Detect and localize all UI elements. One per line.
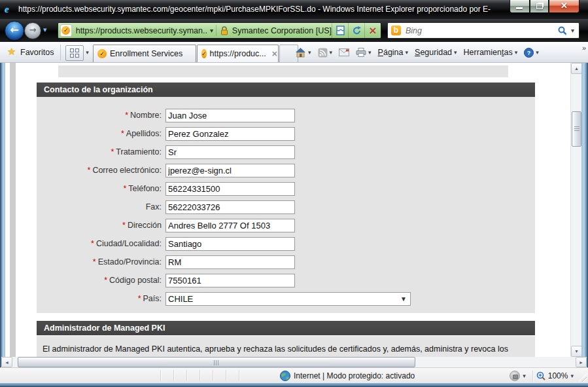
- tab-enrollment-services[interactable]: ✓ Enrollment Services: [93, 45, 196, 62]
- seguridad-dropdown-icon: ▾: [454, 49, 457, 56]
- input-codigo-postal[interactable]: [165, 274, 295, 287]
- restore-icon: [536, 3, 543, 9]
- section-header-contacto: Contacto de la organización: [37, 83, 535, 97]
- help-icon: ?: [524, 48, 534, 58]
- previous-section-remnant: [58, 65, 508, 77]
- url-text[interactable]: https://products.websecurity.syman...: [76, 26, 207, 35]
- quick-tabs-button[interactable]: [65, 45, 84, 61]
- status-bar: Internet | Modo protegido: activado ▾ 10…: [0, 367, 588, 383]
- input-tratamiento[interactable]: [165, 145, 295, 159]
- caption-buttons: ✕: [510, 0, 579, 13]
- select-pais[interactable]: CHILE ▼: [165, 292, 411, 306]
- toolbar-overflow-icon[interactable]: »: [582, 44, 586, 52]
- field-label-tratamiento: *Tratamiento:: [37, 145, 162, 157]
- command-bar: ▾ ▾ ▾ Página ▾ Seguridad ▾ Herram: [293, 42, 578, 63]
- favorites-label[interactable]: Favoritos: [20, 48, 54, 57]
- tab-title: https://produc...: [210, 49, 266, 58]
- scroll-down-button[interactable]: ▼: [571, 346, 582, 357]
- admin-section-panel: El administrador de Managed PKI autentic…: [37, 336, 535, 357]
- internet-explorer-icon: e: [5, 4, 15, 14]
- field-label-apellidos: *Apellidos:: [37, 127, 162, 138]
- zoom-level[interactable]: 100%: [548, 371, 568, 380]
- horizontal-scrollbar-thumb[interactable]: [18, 357, 415, 367]
- menu-seguridad[interactable]: Seguridad ▾: [413, 46, 459, 59]
- vertical-scrollbar-thumb[interactable]: [572, 111, 581, 147]
- minimize-button[interactable]: [510, 0, 530, 13]
- favorites-star-icon[interactable]: ★: [7, 46, 16, 58]
- scroll-up-button[interactable]: ▲: [571, 63, 582, 74]
- help-dropdown-icon[interactable]: ▾: [536, 49, 539, 56]
- refresh-button[interactable]: [348, 23, 364, 38]
- navigation-bar: ← → ▾ ✓ https://products.websecurity.sym…: [0, 19, 588, 42]
- rss-feed-icon: [318, 48, 328, 58]
- back-button[interactable]: ←: [5, 21, 24, 41]
- section-header-administrador: Administrador de Managed PKI: [37, 321, 535, 335]
- help-button[interactable]: ? ▾: [522, 46, 541, 60]
- address-dropdown-icon[interactable]: ▾: [210, 27, 213, 34]
- field-label-codigo-postal: *Código postal:: [37, 274, 162, 285]
- quick-tabs-dropdown-icon[interactable]: ▾: [83, 45, 92, 60]
- feeds-button[interactable]: ▾: [316, 46, 335, 60]
- forward-button[interactable]: →: [24, 22, 41, 39]
- contact-form-panel: *Nombre: *Apellidos: *Tratamiento: *Corr…: [37, 97, 535, 313]
- privacy-dropdown-icon[interactable]: ▾: [523, 373, 526, 379]
- quick-tabs-icon: [70, 48, 79, 58]
- stop-button[interactable]: ×: [364, 23, 381, 38]
- zoom-magnifier-icon[interactable]: [536, 371, 546, 381]
- window-right-border: [581, 63, 588, 383]
- menu-herramientas[interactable]: Herramientas ▾: [462, 46, 520, 59]
- scroll-left-button[interactable]: ◄: [1, 357, 12, 367]
- scroll-right-button[interactable]: ►: [576, 357, 587, 367]
- internet-zone-globe-icon: [280, 371, 290, 384]
- home-button[interactable]: ▾: [293, 45, 313, 60]
- history-dropdown-icon[interactable]: ▾: [43, 26, 47, 34]
- svg-text:?: ?: [527, 50, 531, 56]
- favorites-tabs-bar: ★ Favoritos ▾ ✓ Enrollment Services ✓ ht…: [0, 42, 588, 63]
- stop-icon: ×: [368, 26, 377, 36]
- input-correo-electronico[interactable]: [165, 164, 295, 177]
- input-nombre[interactable]: [165, 109, 295, 122]
- compatibility-view-button[interactable]: [332, 23, 348, 38]
- minimize-icon: [516, 7, 523, 9]
- window-title: https://products.websecurity.symantec.co…: [18, 5, 502, 14]
- restore-button[interactable]: [530, 0, 549, 13]
- search-magnifier-icon[interactable]: [558, 26, 567, 35]
- feeds-dropdown-icon[interactable]: ▾: [330, 49, 333, 56]
- browser-window: e https://products.websecurity.symantec.…: [0, 0, 588, 387]
- address-bar[interactable]: ✓ https://products.websecurity.syman... …: [58, 22, 381, 39]
- print-button[interactable]: ▾: [354, 46, 373, 59]
- window-resize-grip[interactable]: [578, 373, 587, 382]
- mail-icon: [339, 48, 349, 56]
- ssl-lock-icon[interactable]: [220, 26, 228, 36]
- input-direccion[interactable]: [165, 219, 295, 232]
- field-label-correo: *Correo electrónico:: [37, 164, 162, 175]
- tab-title: Enrollment Services: [110, 49, 182, 58]
- search-dropdown-icon[interactable]: ▾: [571, 27, 574, 34]
- vertical-scrollbar[interactable]: ▲ ▼: [570, 63, 581, 357]
- read-mail-button[interactable]: [337, 46, 351, 58]
- close-icon: ✕: [549, 0, 579, 12]
- zoom-dropdown-icon[interactable]: ▾: [570, 373, 574, 379]
- home-dropdown-icon[interactable]: ▾: [308, 49, 311, 56]
- search-input[interactable]: Bing: [406, 26, 558, 35]
- tab-products-active[interactable]: ✓ https://produc... ×: [197, 45, 279, 62]
- input-apellidos[interactable]: [165, 127, 295, 141]
- privacy-report-icon[interactable]: [510, 371, 520, 381]
- certificate-name[interactable]: Symantec Corporation [US]: [232, 26, 332, 35]
- tab-close-icon[interactable]: ×: [271, 50, 278, 58]
- select-dropdown-icon: ▼: [400, 295, 410, 303]
- window-bottom-border: [0, 383, 588, 387]
- input-ciudad-localidad[interactable]: [165, 237, 295, 251]
- input-telefono[interactable]: [165, 182, 295, 196]
- close-button[interactable]: ✕: [549, 0, 579, 13]
- field-label-fax: Fax:: [37, 200, 162, 212]
- search-box[interactable]: b Bing ▾: [387, 22, 579, 39]
- print-dropdown-icon[interactable]: ▾: [368, 49, 372, 56]
- bing-logo-icon: b: [391, 26, 401, 35]
- menu-pagina[interactable]: Página ▾: [376, 46, 410, 59]
- compatibility-view-icon: [336, 26, 345, 35]
- input-fax[interactable]: [165, 200, 295, 214]
- input-estado-provincia[interactable]: [165, 255, 295, 269]
- horizontal-scrollbar[interactable]: ◄ ►: [1, 357, 587, 367]
- title-bar: e https://products.websecurity.symantec.…: [0, 0, 588, 19]
